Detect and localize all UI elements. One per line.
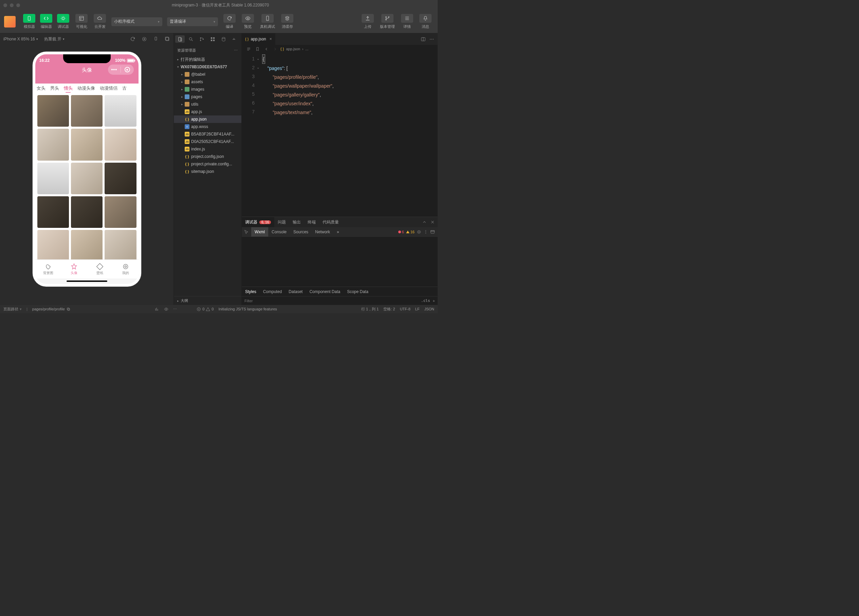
more-icon[interactable] bbox=[429, 37, 434, 42]
upload-button[interactable]: 上传 bbox=[359, 12, 376, 31]
app-body[interactable] bbox=[35, 93, 139, 260]
record-icon[interactable] bbox=[142, 36, 147, 42]
sources-tab[interactable]: Sources bbox=[290, 227, 312, 237]
copy-icon[interactable] bbox=[66, 307, 70, 311]
tab-classic[interactable]: 古 bbox=[122, 85, 127, 91]
devicerotate-icon[interactable] bbox=[153, 36, 159, 42]
cursor-pos[interactable]: 行 1，列 1 bbox=[361, 306, 379, 312]
cls-toggle[interactable]: .cls bbox=[421, 299, 430, 303]
editor-button[interactable]: 编辑器 bbox=[38, 12, 54, 31]
tree-folder[interactable]: ▸pages bbox=[174, 93, 241, 100]
pagepath-label[interactable]: 页面路径▾ bbox=[3, 306, 22, 312]
dock-icon[interactable] bbox=[430, 230, 435, 234]
debugger-button[interactable]: 调试器 bbox=[55, 12, 71, 31]
tree-open-editors[interactable]: ▸打开的编辑器 bbox=[174, 56, 241, 63]
editor-tab[interactable]: { }app.json× bbox=[242, 33, 275, 45]
notify-button[interactable]: 消息 bbox=[417, 12, 434, 31]
indent-status[interactable]: 空格: 2 bbox=[383, 306, 395, 312]
tab-couple[interactable]: 情头 bbox=[64, 85, 73, 91]
tab-female[interactable]: 女头 bbox=[37, 85, 45, 91]
realdevice-button[interactable]: 真机调试 bbox=[258, 12, 277, 31]
avatar-cell[interactable] bbox=[105, 230, 136, 260]
kebab-icon[interactable] bbox=[423, 230, 428, 234]
tree-folder[interactable]: ▸images bbox=[174, 86, 241, 93]
tree-file[interactable]: JSapp.js bbox=[174, 108, 241, 116]
avatar-cell[interactable] bbox=[105, 129, 136, 160]
explorer-more-icon[interactable]: ⋯ bbox=[234, 48, 238, 53]
compdata-subtab[interactable]: Component Data bbox=[306, 287, 344, 297]
user-avatar[interactable] bbox=[4, 16, 16, 28]
gear-icon[interactable] bbox=[417, 230, 421, 234]
code-editor[interactable]: 1234567 ⌄ ⌄ { "pages": [ "pages/profile/… bbox=[242, 53, 438, 217]
problems-tab[interactable]: 问题 bbox=[274, 217, 289, 227]
error-badge[interactable]: 6 bbox=[398, 230, 404, 234]
device-selector[interactable]: iPhone X 85% 16▾ bbox=[3, 37, 38, 41]
db-tab-icon[interactable] bbox=[219, 35, 228, 43]
tree-root[interactable]: ▾WX078B1D0EE67DA577 bbox=[174, 63, 241, 70]
tree-folder[interactable]: ▸@babel bbox=[174, 70, 241, 78]
terminal-tab[interactable]: 终端 bbox=[304, 217, 319, 227]
inspect-icon[interactable] bbox=[242, 230, 251, 234]
network-tab[interactable]: Network bbox=[312, 227, 333, 237]
target-icon[interactable] bbox=[125, 67, 130, 72]
outline-section[interactable]: ▸大纲 bbox=[174, 296, 241, 305]
avatar-cell[interactable] bbox=[71, 129, 103, 160]
styles-subtab[interactable]: Styles bbox=[242, 287, 260, 297]
tree-file[interactable]: JSB5AB3F26CBF41AAF... bbox=[174, 130, 241, 138]
tree-file[interactable]: { }project.private.config... bbox=[174, 160, 241, 168]
details-button[interactable]: 详情 bbox=[399, 12, 415, 31]
avatar-cell[interactable] bbox=[71, 163, 103, 194]
wxml-tab[interactable]: Wxml bbox=[251, 227, 268, 237]
mode-dropdown[interactable]: 小程序模式▾ bbox=[111, 17, 162, 26]
compile-dropdown[interactable]: 普通编译▾ bbox=[167, 17, 218, 26]
console-tab[interactable]: Console bbox=[268, 227, 290, 237]
tree-file[interactable]: JSindex.js bbox=[174, 145, 241, 153]
outline-icon[interactable] bbox=[245, 46, 252, 52]
files-tab-icon[interactable] bbox=[175, 35, 185, 43]
fold-icon[interactable]: ⌄ bbox=[257, 63, 259, 72]
home-indicator[interactable] bbox=[67, 280, 107, 282]
tab-animecouple[interactable]: 动漫情侣 bbox=[100, 85, 117, 91]
wxml-panel-body[interactable] bbox=[242, 237, 438, 287]
scopedata-subtab[interactable]: Scope Data bbox=[344, 287, 372, 297]
tree-folder[interactable]: ▸assets bbox=[174, 78, 241, 86]
avatar-cell[interactable] bbox=[105, 196, 136, 228]
version-button[interactable]: 版本管理 bbox=[378, 12, 397, 31]
quality-tab[interactable]: 代码质量 bbox=[319, 217, 342, 227]
avatar-cell[interactable] bbox=[37, 163, 69, 194]
ext-tab-icon[interactable] bbox=[208, 35, 217, 43]
reload-icon[interactable] bbox=[130, 36, 136, 42]
tree-file[interactable]: { }sitemap.json bbox=[174, 168, 241, 175]
output-tab[interactable]: 输出 bbox=[289, 217, 304, 227]
expand-icon[interactable] bbox=[165, 36, 170, 42]
avatar-cell[interactable] bbox=[105, 163, 136, 194]
avatar-cell[interactable] bbox=[105, 95, 136, 127]
errwarn-status[interactable]: 00 bbox=[197, 307, 214, 311]
tree-file[interactable]: { }project.config.json bbox=[174, 153, 241, 160]
avatar-cell[interactable] bbox=[37, 196, 69, 228]
encoding-status[interactable]: UTF-8 bbox=[400, 307, 411, 311]
visualize-button[interactable]: 可视化 bbox=[73, 12, 90, 31]
pagepath-value[interactable]: pages/profile/profile bbox=[32, 307, 70, 311]
fwd-icon[interactable] bbox=[272, 46, 278, 52]
tree-folder[interactable]: ▸utils bbox=[174, 100, 241, 108]
capsule-button[interactable]: ••• bbox=[108, 64, 134, 75]
perf-icon[interactable] bbox=[155, 307, 159, 311]
build-button[interactable]: 编译 bbox=[221, 12, 238, 31]
simulator-button[interactable]: 模拟器 bbox=[21, 12, 37, 31]
search-tab-icon[interactable] bbox=[186, 35, 195, 43]
avatar-cell[interactable] bbox=[71, 95, 103, 127]
cloud-button[interactable]: 云开发 bbox=[92, 12, 108, 31]
clearcache-button[interactable]: 清缓存 bbox=[279, 12, 295, 31]
add-style-icon[interactable]: + bbox=[433, 299, 435, 303]
tree-file-active[interactable]: { }app.json bbox=[174, 116, 241, 123]
split-icon[interactable] bbox=[421, 37, 426, 42]
debugger-tab[interactable]: 调试器6, 16 bbox=[242, 217, 274, 227]
close-icon[interactable]: × bbox=[270, 37, 272, 41]
tab-mine[interactable]: 我的 bbox=[113, 260, 139, 278]
fold-icon[interactable]: ⌄ bbox=[257, 54, 259, 63]
tree-file[interactable]: ≡app.wxss bbox=[174, 123, 241, 130]
more-icon[interactable]: ••• bbox=[108, 67, 121, 72]
tab-wallpaper[interactable]: 壁纸 bbox=[87, 260, 113, 278]
preview-button[interactable]: 预览 bbox=[240, 12, 256, 31]
